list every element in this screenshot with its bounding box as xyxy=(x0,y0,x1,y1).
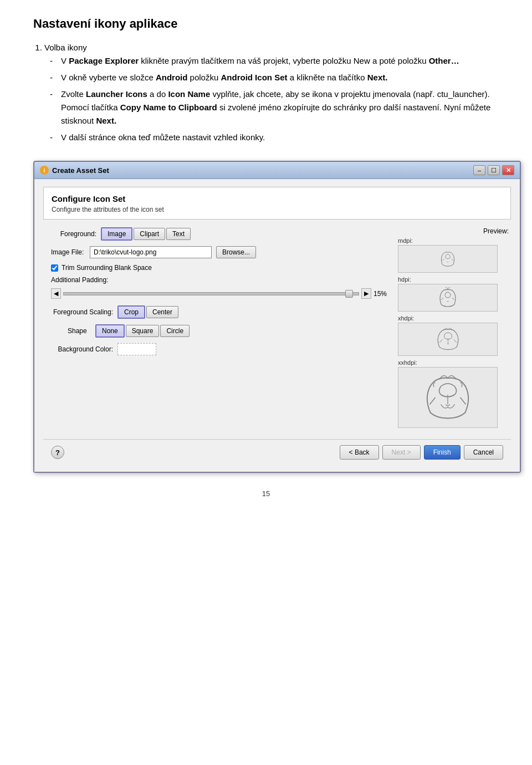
preview-xxhdpi-label: xxhdpi: xyxy=(398,359,509,366)
preview-xxhdpi: xxhdpi: xyxy=(398,359,509,428)
image-file-label: Image File: xyxy=(51,248,90,256)
dialog-header-section: Configure Icon Set Configure the attribu… xyxy=(43,187,511,220)
shape-circle-button[interactable]: Circle xyxy=(160,325,190,337)
bullet-2: V okně vyberte ve složce Android položku… xyxy=(50,71,499,84)
foreground-scaling-row: Foreground Scaling: Crop Center xyxy=(45,305,390,319)
shape-none-button[interactable]: None xyxy=(95,324,125,338)
preview-hdpi-image xyxy=(434,284,461,311)
preview-panel: Preview: mdpi: hdpi: xyxy=(398,227,509,431)
preview-xxhdpi-box xyxy=(398,367,498,428)
bg-color-row: Background Color: xyxy=(45,343,390,355)
minimize-button[interactable]: – xyxy=(473,165,485,175)
foreground-label: Foreground: xyxy=(45,230,101,238)
preview-mdpi-box xyxy=(398,245,498,273)
preview-mdpi-label: mdpi: xyxy=(398,237,509,244)
dialog-footer: ? < Back Next > Finish Cancel xyxy=(43,439,511,466)
image-file-input[interactable] xyxy=(90,246,212,258)
preview-xhdpi-label: xhdpi: xyxy=(398,315,509,322)
slider-thumb[interactable] xyxy=(345,290,353,298)
shape-row: Shape None Square Circle xyxy=(68,324,390,338)
slider-left-arrow[interactable]: ◀ xyxy=(51,288,61,299)
dialog-icon: i xyxy=(40,166,49,175)
finish-button[interactable]: Finish xyxy=(424,445,461,460)
slider-track[interactable] xyxy=(63,292,359,295)
slider-right-arrow[interactable]: ▶ xyxy=(361,288,371,299)
foreground-scaling-label: Foreground Scaling: xyxy=(45,308,117,316)
footer-left: ? xyxy=(51,446,64,459)
content-section: Volba ikony V Package Explorer klikněte … xyxy=(33,41,499,144)
bullet-4: V další stránce okna teď můžete nastavit… xyxy=(50,131,499,144)
image-file-row: Image File: Browse... xyxy=(51,246,390,258)
additional-padding-row: Additional Padding: xyxy=(51,276,390,284)
bullet-3: Zvolte Launcher Icons a do Icon Name vyp… xyxy=(50,88,499,128)
preview-xhdpi: xhdpi: xyxy=(398,315,509,356)
section1-heading: Volba ikony xyxy=(44,43,87,52)
bullet-1: V Package Explorer klikněte pravým tlačí… xyxy=(50,54,499,68)
page-title: Nastavení ikony aplikace xyxy=(33,17,499,31)
preview-mdpi: mdpi: xyxy=(398,237,509,273)
maximize-button[interactable]: ☐ xyxy=(488,165,500,175)
help-button[interactable]: ? xyxy=(51,446,64,459)
preview-mdpi-image xyxy=(437,248,459,270)
preview-title: Preview: xyxy=(398,227,509,235)
scaling-crop-button[interactable]: Crop xyxy=(117,305,145,319)
cancel-button[interactable]: Cancel xyxy=(464,445,503,460)
dialog-title-controls[interactable]: – ☐ ✕ xyxy=(473,165,514,175)
trim-checkbox-row: Trim Surrounding Blank Space xyxy=(51,264,390,272)
dialog-body: Configure Icon Set Configure the attribu… xyxy=(34,179,520,472)
dialog-main: Foreground: Image Clipart Text Image Fil… xyxy=(43,227,511,431)
dialog-header-subtitle: Configure the attributes of the icon set xyxy=(52,206,503,213)
next-button[interactable]: Next > xyxy=(382,445,421,460)
foreground-text-button[interactable]: Text xyxy=(166,228,191,240)
additional-padding-label: Additional Padding: xyxy=(51,276,108,284)
footer-right: < Back Next > Finish Cancel xyxy=(340,445,503,460)
slider-percent-value: 15% xyxy=(374,290,390,298)
dialog-titlebar: i Create Asset Set – ☐ ✕ xyxy=(34,162,520,179)
dialog-title-left: i Create Asset Set xyxy=(40,166,109,175)
slider-row: ◀ ▶ 15% xyxy=(51,288,390,299)
close-button[interactable]: ✕ xyxy=(502,165,514,175)
foreground-image-button[interactable]: Image xyxy=(101,227,132,241)
browse-button[interactable]: Browse... xyxy=(216,246,256,258)
preview-hdpi: hdpi: xyxy=(398,276,509,312)
shape-square-button[interactable]: Square xyxy=(126,325,160,337)
preview-xhdpi-image xyxy=(433,324,463,355)
scaling-center-button[interactable]: Center xyxy=(146,306,178,318)
preview-xxhdpi-image xyxy=(420,370,475,425)
page-number: 15 xyxy=(33,489,499,498)
foreground-clipart-button[interactable]: Clipart xyxy=(134,228,165,240)
dialog-header-title: Configure Icon Set xyxy=(52,194,503,203)
bg-color-swatch[interactable] xyxy=(117,343,156,355)
dialog-window: i Create Asset Set – ☐ ✕ Configure Icon … xyxy=(33,161,521,473)
dialog-left-panel: Foreground: Image Clipart Text Image Fil… xyxy=(45,227,390,431)
preview-xhdpi-box xyxy=(398,323,498,356)
bg-color-label: Background Color: xyxy=(45,345,117,353)
trim-checkbox[interactable] xyxy=(51,264,58,272)
trim-label: Trim Surrounding Blank Space xyxy=(62,264,152,272)
preview-hdpi-box xyxy=(398,284,498,312)
dialog-title-text: Create Asset Set xyxy=(52,166,109,175)
shape-label: Shape xyxy=(68,327,95,335)
preview-hdpi-label: hdpi: xyxy=(398,276,509,283)
back-button[interactable]: < Back xyxy=(340,445,379,460)
foreground-row: Foreground: Image Clipart Text xyxy=(45,227,390,241)
